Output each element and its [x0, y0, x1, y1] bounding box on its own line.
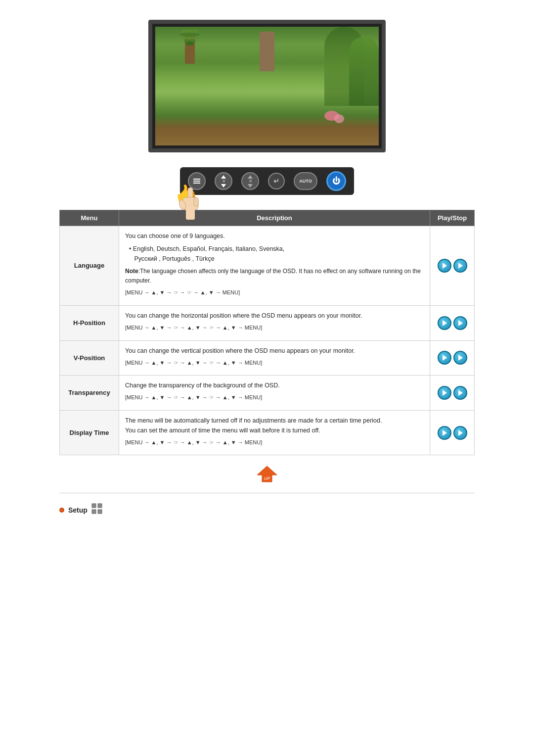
- menu-label-hposition: H-Position: [60, 305, 119, 340]
- table-row: Language You can choose one of 9 languag…: [60, 226, 475, 306]
- play-btn-left-t[interactable]: [438, 386, 451, 400]
- power-button[interactable]: ⏻: [326, 171, 346, 191]
- control-panel: ☀ ☀ ↵ AUTO: [180, 167, 354, 195]
- menu-label-vposition: V-Position: [60, 340, 119, 376]
- play-arrow-h2: [458, 320, 463, 326]
- desc-displaytime: The menu will be automatically turned of…: [119, 410, 430, 455]
- playstop-vposition: [430, 340, 475, 376]
- desc-vposition: You can change the vertical position whe…: [119, 340, 430, 376]
- up-arrow-button[interactable]: UP: [256, 465, 278, 483]
- svg-rect-3: [194, 197, 198, 206]
- play-btn-right-v[interactable]: [453, 351, 467, 365]
- setup-dot-icon: [59, 508, 64, 513]
- svg-rect-10: [98, 510, 102, 514]
- playstop-transparency: [430, 376, 475, 411]
- play-arrow-t1: [443, 390, 447, 396]
- table-row: Transparency Change the transparency of …: [60, 376, 475, 411]
- play-arrow-d2: [458, 430, 463, 436]
- table-row: Display Time The menu will be automatica…: [60, 410, 475, 455]
- svg-rect-9: [92, 510, 96, 514]
- play-btn-left-d[interactable]: [438, 426, 451, 440]
- play-arrow-right: [443, 263, 447, 269]
- svg-rect-4: [186, 207, 195, 220]
- enter-icon: ↵: [273, 177, 279, 185]
- control-panel-section: ☀ ☀ ↵ AUTO: [59, 167, 475, 195]
- playstop-hposition: [430, 305, 475, 340]
- auto-button[interactable]: AUTO: [294, 172, 317, 190]
- play-btn-left[interactable]: [438, 259, 451, 273]
- monitor-screen: [155, 27, 379, 145]
- brightness-button[interactable]: ☀: [215, 172, 232, 190]
- playstop-displaytime: [430, 410, 475, 455]
- osd-settings-table: Menu Description Play/Stop Language You …: [59, 210, 475, 455]
- monitor-image-container: [59, 20, 475, 152]
- menu-label-displaytime: Display Time: [60, 410, 119, 455]
- play-arrow-h1: [443, 320, 447, 326]
- play-btn-right-d[interactable]: [453, 426, 467, 440]
- setup-label: Setup: [68, 506, 88, 514]
- desc-language: You can choose one of 9 languages. • Eng…: [119, 226, 430, 306]
- col-header-playstop: Play/Stop: [430, 210, 475, 226]
- play-arrow-d1: [443, 430, 447, 436]
- svg-rect-7: [92, 504, 96, 508]
- enter-button[interactable]: ↵: [268, 173, 285, 189]
- monitor-frame: [148, 20, 386, 152]
- play-arrow-t2: [458, 390, 463, 396]
- play-arrow-right2: [458, 263, 463, 269]
- desc-transparency: Change the transparency of the backgroun…: [119, 376, 430, 411]
- play-arrow-v2: [458, 355, 463, 361]
- col-header-menu: Menu: [60, 210, 119, 226]
- play-arrow-v1: [443, 355, 447, 361]
- col-header-description: Description: [119, 210, 430, 226]
- play-btn-left-v[interactable]: [438, 351, 451, 365]
- bottom-section: Setup: [59, 493, 475, 517]
- table-row: H-Position You can change the horizontal…: [60, 305, 475, 340]
- table-row: V-Position You can change the vertical p…: [60, 340, 475, 376]
- auto-label: AUTO: [299, 179, 312, 184]
- menu-label-language: Language: [60, 226, 119, 306]
- power-icon: ⏻: [332, 177, 340, 186]
- menu-label-transparency: Transparency: [60, 376, 119, 411]
- pointing-hand: [178, 185, 202, 221]
- play-btn-right-t[interactable]: [453, 386, 467, 400]
- up-arrow-icon: UP: [256, 465, 278, 483]
- desc-hposition: You can change the horizontal position w…: [119, 305, 430, 340]
- brightness-icon: ☀: [221, 175, 226, 188]
- source-icon: ☀: [248, 175, 253, 188]
- up-arrow-section: UP: [59, 465, 475, 483]
- play-btn-right-h[interactable]: [453, 316, 467, 330]
- playstop-language: [430, 226, 475, 306]
- play-btn-left-h[interactable]: [438, 316, 451, 330]
- svg-text:UP: UP: [264, 476, 270, 481]
- svg-rect-8: [98, 504, 102, 508]
- setup-grid-icon: [91, 503, 102, 517]
- play-btn-right[interactable]: [453, 259, 467, 273]
- source-button[interactable]: ☀: [241, 172, 259, 190]
